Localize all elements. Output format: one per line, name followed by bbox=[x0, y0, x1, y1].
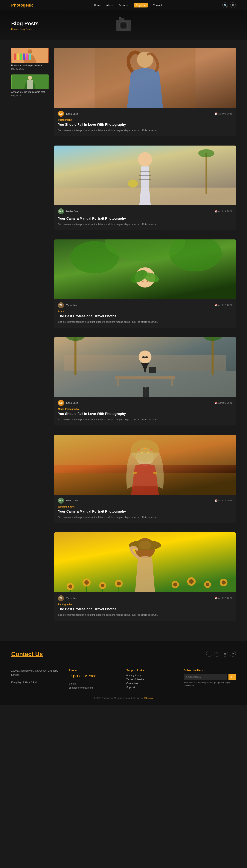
nav-about[interactable]: About bbox=[106, 4, 113, 7]
svg-point-69 bbox=[68, 584, 72, 589]
blog-img-svg-2 bbox=[54, 146, 236, 206]
sidebar-post-date-1: May 06, 2021 bbox=[11, 68, 49, 70]
svg-point-28 bbox=[128, 180, 138, 188]
blog-title-1[interactable]: You Should Fall In Love With Photography bbox=[58, 122, 232, 127]
footer-phone-label: Phone bbox=[69, 669, 121, 672]
blog-card-img-1 bbox=[54, 48, 236, 108]
blog-card-5: MJ Melise Joe 📅 April 13, 2021 Wedding S… bbox=[54, 435, 236, 523]
footer-link-support[interactable]: Support bbox=[126, 686, 178, 689]
linkedin-button[interactable]: in bbox=[230, 651, 236, 657]
footer-bottom: © 2021 Photogenic. All rights reserved. … bbox=[11, 694, 236, 700]
author-avatar-1: EC bbox=[58, 111, 64, 117]
svg-point-2 bbox=[121, 23, 126, 28]
svg-rect-48 bbox=[117, 378, 119, 386]
svg-rect-4 bbox=[119, 17, 121, 18]
svg-rect-53 bbox=[143, 387, 146, 397]
svg-point-45 bbox=[138, 350, 152, 364]
blog-card-body-3: TL Tyree Lee 📅 April 12, 2021 Brand The … bbox=[54, 299, 236, 328]
blog-excerpt-4: Sed do eiusmod tempor incididunt ut labo… bbox=[58, 418, 232, 422]
nav-contact[interactable]: Contact bbox=[153, 4, 162, 7]
blog-card-meta-4: EC Esha Chris 📅 April 06, 2021 bbox=[58, 400, 232, 406]
blog-card-meta-3: TL Tyree Lee 📅 April 12, 2021 bbox=[58, 302, 232, 308]
footer-links-col: Support Links Privacy Policy Terms of Se… bbox=[126, 669, 178, 690]
blog-category-6: Photography bbox=[58, 603, 232, 606]
svg-rect-46 bbox=[149, 367, 156, 373]
svg-point-83 bbox=[222, 581, 226, 585]
twitter-button[interactable]: 𝕏 bbox=[214, 651, 220, 657]
svg-point-30 bbox=[198, 149, 214, 157]
author-name-2: Melise Joe bbox=[66, 210, 78, 213]
blog-category-1: Photography bbox=[58, 119, 232, 121]
blog-card-3: TL Tyree Lee 📅 April 12, 2021 Brand The … bbox=[54, 240, 236, 328]
nav-links: Home About Services Pages ▾ Contact bbox=[94, 3, 162, 7]
blog-excerpt-2: Sed do eiusmod tempor incididunt ut labo… bbox=[58, 222, 232, 226]
footer-address: 10001, Allaghamy st, 5th Avenue, 235 Ter… bbox=[11, 669, 63, 677]
blog-card-body-5: MJ Melise Joe 📅 April 13, 2021 Wedding S… bbox=[54, 495, 236, 523]
blog-card-body-6: TL Tyree Lee 📅 April 12, 2021 Photograph… bbox=[54, 592, 236, 621]
author-avatar-6: TL bbox=[58, 595, 64, 601]
svg-rect-90 bbox=[139, 541, 151, 549]
sidebar-post-title-2: Aenean faci isis erat posuere erat bbox=[11, 91, 49, 94]
svg-point-77 bbox=[173, 583, 177, 587]
blog-card-img-3 bbox=[54, 240, 236, 299]
svg-point-65 bbox=[132, 472, 137, 474]
footer-email-label: E-mail bbox=[69, 682, 121, 686]
blog-card-4: EC Esha Chris 📅 April 06, 2021 Model Pho… bbox=[54, 337, 236, 425]
blog-card-body-2: MJ Melise Joe 📅 April 13, 2021 Your Came… bbox=[54, 206, 236, 230]
svg-point-16 bbox=[28, 76, 32, 80]
svg-point-66 bbox=[153, 472, 158, 474]
post-date-6: 📅 April 12, 2021 bbox=[215, 597, 232, 599]
sidebar-post-2[interactable]: Aenean faci isis erat posuere erat May 0… bbox=[11, 74, 49, 96]
site-logo[interactable]: Photogenic bbox=[11, 3, 34, 8]
footer-designer-link[interactable]: Wibewulo bbox=[144, 697, 153, 700]
svg-point-61 bbox=[144, 447, 146, 450]
footer-link-terms[interactable]: Terms of Service bbox=[126, 678, 178, 681]
author-avatar-2: MJ bbox=[58, 208, 64, 214]
nav-services[interactable]: Services bbox=[119, 4, 128, 7]
footer-link-contact[interactable]: Contact us bbox=[126, 682, 178, 685]
svg-point-79 bbox=[189, 579, 194, 584]
blog-card-img-4 bbox=[54, 337, 236, 397]
blog-img-svg-5 bbox=[54, 435, 236, 495]
subscribe-button[interactable]: ➤ bbox=[228, 674, 236, 680]
breadcrumb: Home › Blog Posts bbox=[11, 28, 38, 30]
sidebar-post-title-1: Ut enim ad minim quis nos exeron bbox=[11, 64, 49, 67]
sidebar-post-date-2: May 07, 2021 bbox=[11, 94, 49, 96]
sidebar-img-decoration-1 bbox=[12, 48, 48, 63]
footer-links-title: Support Links bbox=[126, 669, 178, 672]
footer-social: f 𝕏 📷 in bbox=[206, 651, 236, 657]
blog-excerpt-1: Sed do eiusmod tempor incididunt ut labo… bbox=[58, 128, 232, 132]
author-avatar-4: EC bbox=[58, 400, 64, 406]
blog-category-3: Brand bbox=[58, 310, 232, 313]
svg-point-71 bbox=[84, 580, 89, 585]
blog-excerpt-5: Sed do eiusmod tempor incididunt ut labo… bbox=[58, 516, 232, 519]
blog-img-svg-1 bbox=[54, 48, 236, 108]
instagram-button[interactable]: 📷 bbox=[222, 651, 228, 657]
blog-title-6[interactable]: The Best Professional Travel Photos bbox=[58, 607, 232, 612]
blog-title-2[interactable]: Your Camera Manual Portrait Photography bbox=[58, 216, 232, 221]
settings-button[interactable]: ⚙ bbox=[230, 2, 236, 8]
nav-home[interactable]: Home bbox=[94, 4, 101, 7]
svg-rect-50 bbox=[142, 356, 145, 358]
blog-category-4: Model Photography bbox=[58, 408, 232, 410]
footer-subscribe-col: Subscribe Here ➤ Subscribe to our mailin… bbox=[184, 669, 236, 690]
footer-address-col: 10001, Allaghamy st, 5th Avenue, 235 Ter… bbox=[11, 669, 63, 690]
blog-excerpt-6: Sed do eiusmod tempor incididunt ut labo… bbox=[58, 613, 232, 617]
subscribe-description: Subscribe to our mailing list and get up… bbox=[184, 681, 236, 687]
sidebar-post-1[interactable]: Ut enim ad minim quis nos exeron May 06,… bbox=[11, 48, 49, 70]
footer-email: photogenic@mail.com bbox=[69, 686, 121, 690]
blog-img-svg-4 bbox=[54, 337, 236, 397]
svg-rect-54 bbox=[146, 387, 149, 397]
svg-rect-10 bbox=[20, 54, 22, 60]
blog-title-5[interactable]: Your Camera Manual Portrait Photography bbox=[58, 509, 232, 514]
nav-icons: 🔍 ⚙ bbox=[222, 2, 236, 8]
blog-title-4[interactable]: You Should Fall In Love With Photography bbox=[58, 411, 232, 416]
post-date-4: 📅 April 06, 2021 bbox=[215, 402, 232, 404]
footer-link-privacy[interactable]: Privacy Policy bbox=[126, 674, 178, 677]
facebook-button[interactable]: f bbox=[206, 651, 212, 657]
subscribe-email-input[interactable] bbox=[184, 674, 227, 680]
footer-phone-number: +1(21) 112 7368 bbox=[69, 674, 121, 678]
nav-pages-dropdown[interactable]: Pages ▾ bbox=[133, 3, 148, 7]
blog-title-3[interactable]: The Best Professional Travel Photos bbox=[58, 314, 232, 318]
search-button[interactable]: 🔍 bbox=[222, 2, 228, 8]
